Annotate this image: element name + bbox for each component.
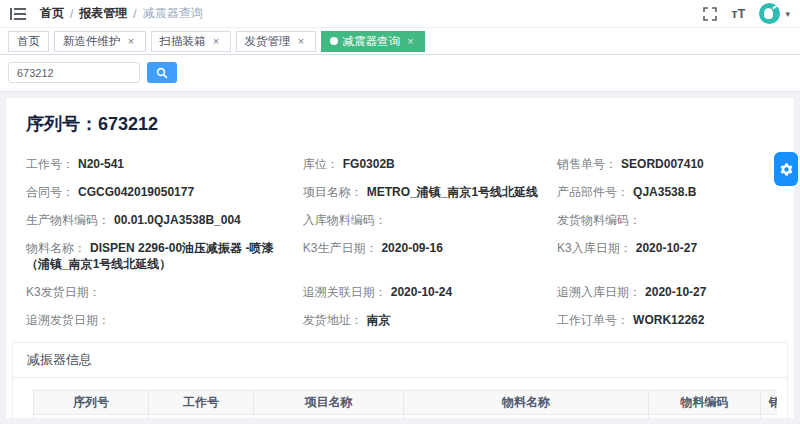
detail-field-15: 追溯发货日期： <box>26 312 303 328</box>
field-label: 生产物料编码： <box>26 213 110 227</box>
breadcrumb-home[interactable]: 首页 <box>40 5 64 22</box>
fullscreen-icon[interactable] <box>703 7 717 21</box>
detail-field-2: 销售单号：SEORD007410 <box>557 156 774 172</box>
field-value: 2020-10-27 <box>636 241 697 255</box>
detail-field-0: 工作号：N20-541 <box>26 156 303 172</box>
tab-0[interactable]: 首页 <box>8 31 49 52</box>
active-tab-dot <box>330 37 338 45</box>
table-header-0: 序列号 <box>34 391 149 415</box>
field-value: 南京 <box>367 313 391 327</box>
field-label: 工作订单号： <box>557 313 629 327</box>
detail-field-7: 入库物料编码： <box>303 212 557 228</box>
detail-field-3: 合同号：CGCG042019050177 <box>26 184 303 200</box>
detail-field-10: K3生产日期：2020-09-16 <box>303 240 557 272</box>
tags-view-bar: 首页新造件维护×扫描装箱×发货管理×减震器查询× <box>0 28 800 55</box>
field-label: 追溯发货日期： <box>26 313 110 327</box>
tab-close-icon[interactable]: × <box>211 36 222 47</box>
table-header-1: 工作号 <box>149 391 254 415</box>
damper-table-viewport: 序列号工作号项目名称物料名称物料编码销售单号673212N20-541METRO… <box>33 390 777 418</box>
serial-number-title: 序列号：673212 <box>26 112 774 136</box>
field-label: 发货物料编码： <box>557 213 641 227</box>
tab-label: 发货管理 <box>245 34 291 49</box>
detail-field-9: 物料名称：DISPEN 2296-00油压减振器 -喷漆（浦镇_南京1号线北延线… <box>26 240 303 272</box>
table-cell: N20-541 <box>149 415 254 419</box>
top-navbar: 首页 / 报表管理 / 减震器查询 тT ▾ <box>0 0 800 28</box>
table-header-2: 项目名称 <box>254 391 404 415</box>
font-size-icon[interactable]: тT <box>731 7 745 20</box>
field-value: SEORD007410 <box>621 157 704 171</box>
field-value: N20-541 <box>78 157 124 171</box>
table-row: 673212N20-541METRO_浦镇_南京1号线北延线DISPEN 229… <box>34 415 778 419</box>
user-avatar[interactable] <box>759 3 780 24</box>
field-label: K3发货日期： <box>26 285 101 299</box>
breadcrumb-current: 减震器查询 <box>143 5 203 22</box>
field-label: 工作号： <box>26 157 74 171</box>
breadcrumb-separator: / <box>133 7 136 21</box>
detail-field-14: 追溯入库日期：2020-10-27 <box>557 284 774 300</box>
user-menu[interactable]: ▾ <box>759 3 790 24</box>
tab-1[interactable]: 新造件维护× <box>54 31 146 52</box>
detail-field-1: 库位：FG0302B <box>303 156 557 172</box>
damper-info-card: 减振器信息 序列号工作号项目名称物料名称物料编码销售单号673212N20-54… <box>12 342 788 418</box>
serial-search-input[interactable] <box>8 62 140 83</box>
main-content: 序列号：673212 工作号：N20-541库位：FG0302B销售单号：SEO… <box>0 92 800 424</box>
field-value: FG0302B <box>343 157 395 171</box>
tab-3[interactable]: 发货管理× <box>236 31 316 52</box>
settings-panel-button[interactable] <box>774 152 798 186</box>
tab-close-icon[interactable]: × <box>405 36 416 47</box>
tab-4[interactable]: 减震器查询× <box>321 31 426 52</box>
field-label: 物料名称： <box>26 241 86 255</box>
detail-field-6: 生产物料编码：00.01.0QJA3538B_004 <box>26 212 303 228</box>
field-label: 销售单号： <box>557 157 617 171</box>
tab-label: 减震器查询 <box>343 34 401 49</box>
field-value: WORK12262 <box>633 313 704 327</box>
field-label: K3生产日期： <box>303 241 378 255</box>
table-cell: METRO_浦镇_南京1号线北延线 <box>254 415 404 419</box>
search-button[interactable] <box>147 62 177 83</box>
field-label: K3入库日期： <box>557 241 632 255</box>
detail-field-5: 产品部件号：QJA3538.B <box>557 184 774 200</box>
breadcrumb-report-mgmt[interactable]: 报表管理 <box>79 5 127 22</box>
tab-label: 首页 <box>17 34 40 49</box>
field-label: 合同号： <box>26 185 74 199</box>
field-value: 2020-10-24 <box>391 285 452 299</box>
table-cell: DISPEN 2296-00油压减振器 -喷漆（浦镇_南京1号线北延线） <box>404 415 649 419</box>
field-label: 产品部件号： <box>557 185 629 199</box>
field-value: METRO_浦镇_南京1号线北延线 <box>367 185 538 199</box>
detail-field-11: K3入库日期：2020-10-27 <box>557 240 774 272</box>
search-icon <box>156 67 168 79</box>
tab-2[interactable]: 扫描装箱× <box>151 31 231 52</box>
search-bar <box>0 55 800 92</box>
damper-info-title: 减振器信息 <box>13 343 787 378</box>
damper-table: 序列号工作号项目名称物料名称物料编码销售单号673212N20-541METRO… <box>33 390 777 418</box>
table-header-5: 销售单号 <box>761 391 778 415</box>
field-value: QJA3538.B <box>633 185 696 199</box>
detail-field-13: 追溯关联日期：2020-10-24 <box>303 284 557 300</box>
breadcrumb-separator: / <box>70 7 73 21</box>
tab-label: 扫描装箱 <box>160 34 206 49</box>
field-value: 2020-09-16 <box>381 241 442 255</box>
field-value: 2020-10-27 <box>645 285 706 299</box>
table-cell: 673212 <box>34 415 149 419</box>
hamburger-menu-icon[interactable] <box>10 7 26 21</box>
detail-field-4: 项目名称：METRO_浦镇_南京1号线北延线 <box>303 184 557 200</box>
detail-field-12: K3发货日期： <box>26 284 303 300</box>
tab-close-icon[interactable]: × <box>296 36 307 47</box>
field-label: 库位： <box>303 157 339 171</box>
app-window: 首页 / 报表管理 / 减震器查询 тT ▾ 首页新造件维护×扫描装箱×发货管理… <box>0 0 800 424</box>
tab-label: 新造件维护 <box>63 34 121 49</box>
detail-field-16: 发货地址：南京 <box>303 312 557 328</box>
detail-card: 序列号：673212 工作号：N20-541库位：FG0302B销售单号：SEO… <box>6 98 794 418</box>
field-label: 发货地址： <box>303 313 363 327</box>
tab-close-icon[interactable]: × <box>126 36 137 47</box>
field-label: 入库物料编码： <box>303 213 387 227</box>
table-cell: 00.01.0QJA3538B_004 <box>649 415 761 419</box>
field-value: CGCG042019050177 <box>78 185 194 199</box>
detail-field-8: 发货物料编码： <box>557 212 774 228</box>
field-label: 追溯入库日期： <box>557 285 641 299</box>
field-value: 00.01.0QJA3538B_004 <box>114 213 241 227</box>
detail-field-17: 工作订单号：WORK12262 <box>557 312 774 328</box>
gear-icon <box>779 162 794 177</box>
navbar-actions: тT ▾ <box>703 3 790 24</box>
table-cell: SEORD007410 <box>761 415 778 419</box>
